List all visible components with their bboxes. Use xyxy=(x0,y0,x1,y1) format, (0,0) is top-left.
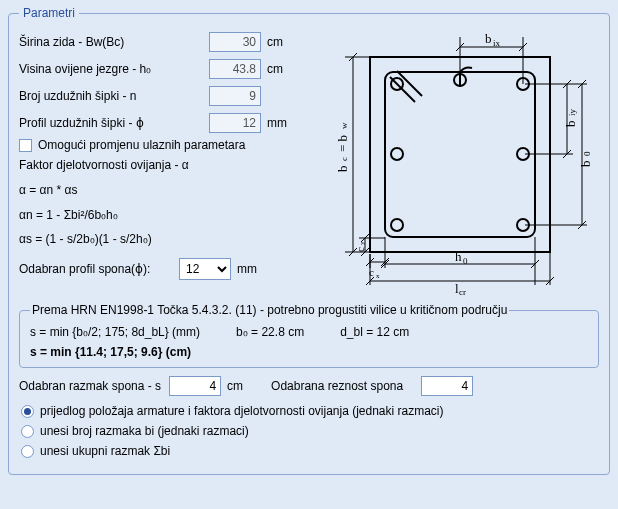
svg-point-6 xyxy=(391,219,403,231)
dim-bix: b xyxy=(485,32,492,46)
label-enable-inputs: Omogući promjenu ulaznih parametara xyxy=(38,138,245,152)
svg-text:w: w xyxy=(339,122,349,129)
parametri-group: Parametri Širina zida - Bw(Bc) cm Visina… xyxy=(8,6,610,475)
svg-text:c: c xyxy=(339,157,349,161)
svg-rect-1 xyxy=(385,72,535,237)
checkbox-enable-inputs[interactable] xyxy=(19,139,32,152)
svg-text:y: y xyxy=(358,241,366,245)
svg-text:b: b xyxy=(578,161,593,168)
svg-text:= b: = b xyxy=(335,135,350,152)
input-h0[interactable] xyxy=(209,59,261,79)
select-stirrup-phi[interactable]: 8 10 12 14 16 xyxy=(179,258,231,280)
radio-label-1: prijedlog položaja armature i faktora dj… xyxy=(40,404,444,418)
input-bw[interactable] xyxy=(209,32,261,52)
row-bw: Širina zida - Bw(Bc) cm xyxy=(19,30,319,54)
s-formula: s = min {b₀/2; 175; 8d_bL} (mm) xyxy=(30,325,200,339)
radio-label-3: unesi ukupni razmak Σbi xyxy=(40,444,170,458)
radio-row-3: unesi ukupni razmak Σbi xyxy=(19,444,599,458)
input-n[interactable] xyxy=(209,86,261,106)
row-h0: Visina ovijene jezgre - h₀ cm xyxy=(19,57,319,81)
b0-value: b₀ = 22.8 cm xyxy=(236,325,304,339)
svg-text:0: 0 xyxy=(582,151,592,156)
label-stirrup-sel: Odabran profil spona(ɸ): xyxy=(19,262,179,276)
row-spacing-cut: Odabran razmak spona - s cm Odabrana rez… xyxy=(19,374,599,398)
input-cut[interactable] xyxy=(421,376,473,396)
unit-h0: cm xyxy=(267,62,283,76)
code-reference-group: Prema HRN EN1998-1 Točka 5.4.3.2. (11) -… xyxy=(19,303,599,368)
inner-legend: Prema HRN EN1998-1 Točka 5.4.3.2. (11) -… xyxy=(30,303,509,317)
group-legend: Parametri xyxy=(19,6,79,20)
label-cut: Odabrana reznost spona xyxy=(271,379,403,393)
label-h0: Visina ovijene jezgre - h₀ xyxy=(19,62,209,76)
radio-row-2: unesi broj razmaka bi (jednaki razmaci) xyxy=(19,424,599,438)
cross-section-diagram: b ix b c = b w c xyxy=(335,32,595,297)
top-grid: Širina zida - Bw(Bc) cm Visina ovijene j… xyxy=(19,30,599,297)
radio-label-2: unesi broj razmaka bi (jednaki razmaci) xyxy=(40,424,249,438)
svg-text:b: b xyxy=(563,121,578,128)
unit-bw: cm xyxy=(267,35,283,49)
radio-enter-sum-bi[interactable] xyxy=(21,445,34,458)
s-result: s = min {11.4; 17,5; 9.6} (cm) xyxy=(30,345,588,359)
dim-h0: h xyxy=(455,249,462,264)
eq-alphas: αs = (1 - s/2b₀)(1 - s/2h₀) xyxy=(19,228,319,251)
svg-text:ix: ix xyxy=(493,38,501,48)
row-enable-inputs: Omogući promjenu ulaznih parametara xyxy=(19,138,319,152)
svg-point-8 xyxy=(391,148,403,160)
label-n: Broj uzdužnih šipki - n xyxy=(19,89,209,103)
svg-text:cr: cr xyxy=(459,287,466,297)
label-bw: Širina zida - Bw(Bc) xyxy=(19,35,209,49)
input-phi[interactable] xyxy=(209,113,261,133)
input-spacing[interactable] xyxy=(169,376,221,396)
unit-spacing: cm xyxy=(227,379,243,393)
left-column: Širina zida - Bw(Bc) cm Visina ovijene j… xyxy=(19,30,319,297)
inner-row-1: s = min {b₀/2; 175; 8d_bL} (mm) b₀ = 22.… xyxy=(30,325,588,339)
eq-alphan: αn = 1 - Σbi²/6b₀h₀ xyxy=(19,204,319,227)
label-phi: Profil uzdužnih šipki - ɸ xyxy=(19,116,209,130)
svg-text:x: x xyxy=(376,272,380,280)
row-stirrup-sel: Odabran profil spona(ɸ): 8 10 12 14 16 m… xyxy=(19,257,319,281)
row-phi: Profil uzdužnih šipki - ɸ mm xyxy=(19,111,319,135)
svg-line-3 xyxy=(397,71,422,96)
factor-heading: Faktor djelotvornosti ovijanja - α xyxy=(19,154,319,177)
radio-enter-bi-count[interactable] xyxy=(21,425,34,438)
dbl-value: d_bl = 12 cm xyxy=(340,325,409,339)
radio-suggested-layout[interactable] xyxy=(21,405,34,418)
svg-text:iy: iy xyxy=(567,108,577,116)
svg-text:0: 0 xyxy=(463,256,468,266)
eq-alpha: α = αn * αs xyxy=(19,179,319,202)
unit-phi: mm xyxy=(267,116,287,130)
dim-bcbw: b xyxy=(335,166,350,173)
right-column: b ix b c = b w c xyxy=(331,30,599,297)
radio-row-1: prijedlog položaja armature i faktora dj… xyxy=(19,404,599,418)
unit-stirrup: mm xyxy=(237,262,257,276)
label-spacing: Odabran razmak spona - s xyxy=(19,379,161,393)
svg-text:c: c xyxy=(354,247,366,252)
row-n: Broj uzdužnih šipki - n xyxy=(19,84,319,108)
